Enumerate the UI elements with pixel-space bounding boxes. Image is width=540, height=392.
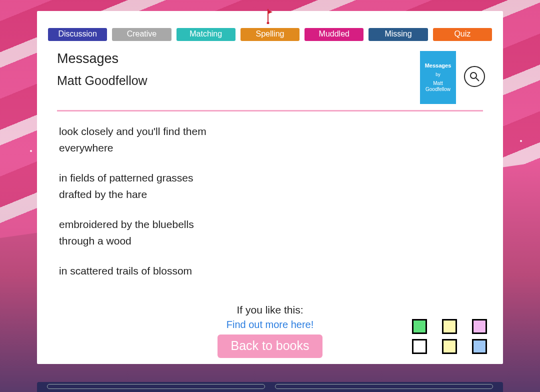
book-thumbnail[interactable]: Messages by Matt Goodfellow [420,51,456,104]
color-swatch[interactable] [412,319,427,334]
color-swatch[interactable] [412,339,427,354]
stanza: in fields of patterned grassesdrafted by… [59,170,481,202]
color-swatch[interactable] [442,319,457,334]
poem-line: embroidered by the bluebells [59,216,481,233]
bottom-slot[interactable] [275,384,493,389]
stanza: in scattered trails of blossom [59,263,481,280]
tab-spelling[interactable]: Spelling [240,28,300,41]
tab-missing[interactable]: Missing [368,28,428,41]
poem-title: Messages [57,51,412,66]
poem-line: look closely and you'll find them [59,124,481,140]
poem-line: in scattered trails of blossom [59,263,481,280]
header-row: Messages Matt Goodfellow Messages by Mat… [37,41,503,104]
tab-matching[interactable]: Matching [176,28,236,41]
poem-author: Matt Goodfellow [57,74,412,88]
svg-point-1 [267,22,270,24]
thumb-title: Messages [425,62,452,69]
back-to-books-button[interactable]: Back to books [218,334,322,358]
svg-point-2 [470,72,476,78]
color-swatch[interactable] [472,339,487,354]
thumb-author: Matt Goodfellow [422,80,454,92]
zoom-button[interactable] [464,66,485,87]
find-out-more-link[interactable]: Find out more here! [226,319,314,330]
stanza: embroidered by the bluebellsthrough a wo… [59,216,481,249]
tab-muddled[interactable]: Muddled [304,28,364,41]
magnifier-icon [469,71,480,82]
flag-icon [266,9,274,24]
tab-discussion[interactable]: Discussion [48,28,107,41]
poem-line: everywhere [59,140,481,156]
thumb-by: by [436,72,440,78]
bottom-slot[interactable] [47,384,265,389]
content-card: DiscussionCreativeMatchingSpellingMuddle… [37,11,503,364]
poem-body: look closely and you'll find themeverywh… [37,112,503,280]
like-label: If you like this: [236,304,303,316]
color-swatch[interactable] [472,319,487,334]
bottom-bar [37,382,503,392]
poem-line: drafted by the hare [59,186,481,203]
poem-line: through a wood [59,233,481,250]
poem-line: in fields of patterned grasses [59,170,481,186]
color-swatches [412,319,488,355]
tab-quiz[interactable]: Quiz [433,28,492,41]
svg-line-3 [476,78,479,81]
tab-creative[interactable]: Creative [112,28,171,41]
stanza: look closely and you'll find themeverywh… [59,124,481,156]
color-swatch[interactable] [442,339,457,354]
